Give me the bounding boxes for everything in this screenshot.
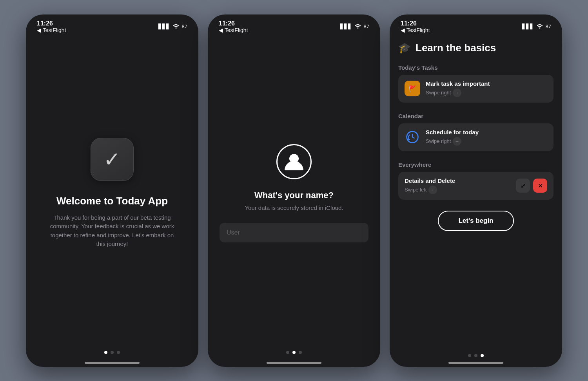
battery-3: 87 bbox=[546, 23, 551, 29]
card2-text: Schedule for today Swipe right → bbox=[426, 129, 547, 146]
avatar-icon bbox=[282, 150, 306, 173]
card3-sub: Swipe left ← bbox=[405, 186, 510, 194]
dots-3 bbox=[390, 354, 562, 357]
dot-1-3 bbox=[117, 351, 120, 354]
card3-title: Details and Delete bbox=[405, 177, 510, 184]
battery-1: 87 bbox=[182, 23, 187, 29]
flag-icon-box: 🚩 bbox=[405, 81, 420, 96]
wifi-icon-2 bbox=[354, 23, 361, 30]
status-bar-1: 11:26 ◀ TestFlight ▋▋▋ 87 bbox=[26, 14, 198, 36]
dot-3-3 bbox=[481, 354, 484, 357]
dots-1 bbox=[26, 351, 198, 354]
name-input[interactable] bbox=[220, 223, 368, 242]
card2-sub: Swipe right → bbox=[426, 137, 547, 146]
card1-text: Mark task as important Swipe right → bbox=[426, 80, 547, 97]
clock-arrow-icon bbox=[405, 130, 419, 144]
swipe-action-buttons: ⤢ ✕ bbox=[516, 179, 547, 193]
screen3: 11:26 ◀ TestFlight ▋▋▋ 87 🎓 Learn the ba… bbox=[390, 14, 562, 367]
section-everywhere: Everywhere bbox=[398, 161, 554, 168]
card1-sub: Swipe right → bbox=[426, 88, 547, 97]
screen1: 11:26 ◀ TestFlight ▋▋▋ 87 ✓ Welcome to T… bbox=[26, 14, 198, 367]
delete-button[interactable]: ✕ bbox=[533, 179, 547, 193]
screen2: 11:26 ◀ TestFlight ▋▋▋ 87 bbox=[208, 14, 380, 367]
status-icons-1: ▋▋▋ 87 bbox=[158, 23, 187, 30]
signal-icon-1: ▋▋▋ bbox=[158, 23, 170, 29]
back-3[interactable]: ◀ TestFlight bbox=[401, 27, 430, 33]
expand-icon: ⤢ bbox=[521, 182, 526, 190]
card1-arrow: → bbox=[453, 88, 461, 97]
status-icons-3: ▋▋▋ 87 bbox=[522, 23, 551, 30]
screens-container: 11:26 ◀ TestFlight ▋▋▋ 87 ✓ Welcome to T… bbox=[0, 0, 588, 381]
time-1: 11:26 bbox=[37, 20, 66, 27]
card3-text: Details and Delete Swipe left ← bbox=[405, 177, 510, 194]
card2-title: Schedule for today bbox=[426, 129, 547, 135]
card-details-delete[interactable]: Details and Delete Swipe left ← ⤢ ✕ bbox=[398, 172, 554, 200]
time-2: 11:26 bbox=[219, 20, 248, 27]
signal-icon-2: ▋▋▋ bbox=[340, 23, 352, 29]
dot-3-2 bbox=[474, 354, 477, 357]
screen3-main: 🎓 Learn the basics Today's Tasks 🚩 Mark … bbox=[390, 36, 562, 352]
signal-icon-3: ▋▋▋ bbox=[522, 23, 534, 29]
screen1-main: ✓ Welcome to Today App Thank you for bei… bbox=[26, 36, 198, 351]
section-calendar: Calendar bbox=[398, 113, 554, 119]
name-title: What's your name? bbox=[254, 190, 334, 200]
flag-icon: 🚩 bbox=[408, 85, 416, 92]
graduation-icon: 🎓 bbox=[398, 42, 411, 54]
checkmark-icon: ✓ bbox=[103, 149, 121, 170]
home-indicator-3 bbox=[448, 362, 503, 364]
card3-arrow: ← bbox=[428, 186, 437, 194]
details-button[interactable]: ⤢ bbox=[516, 179, 530, 193]
delete-icon: ✕ bbox=[538, 182, 543, 190]
dots-2 bbox=[208, 351, 380, 354]
back-1[interactable]: ◀ TestFlight bbox=[37, 27, 66, 33]
home-indicator-2 bbox=[267, 362, 321, 364]
checkmark-box: ✓ bbox=[91, 138, 134, 181]
home-indicator-1 bbox=[85, 362, 140, 364]
welcome-title: Welcome to Today App bbox=[56, 195, 168, 207]
name-subtitle: Your data is securely stored in iCloud. bbox=[245, 204, 343, 211]
wifi-icon-3 bbox=[536, 23, 543, 30]
dot-2-3 bbox=[299, 351, 302, 354]
status-bar-2: 11:26 ◀ TestFlight ▋▋▋ 87 bbox=[208, 14, 380, 36]
card1-title: Mark task as important bbox=[426, 80, 547, 87]
status-icons-2: ▋▋▋ 87 bbox=[340, 23, 369, 30]
welcome-subtitle: Thank you for being a part of our beta t… bbox=[49, 213, 175, 249]
card-mark-important[interactable]: 🚩 Mark task as important Swipe right → bbox=[398, 75, 554, 103]
back-2[interactable]: ◀ TestFlight bbox=[219, 27, 248, 33]
status-bar-3: 11:26 ◀ TestFlight ▋▋▋ 87 bbox=[390, 14, 562, 36]
learn-header: 🎓 Learn the basics bbox=[398, 42, 554, 54]
dot-1-1 bbox=[104, 351, 107, 354]
dot-1-2 bbox=[111, 351, 114, 354]
dot-2-2 bbox=[292, 351, 296, 354]
section-todays-tasks: Today's Tasks bbox=[398, 64, 554, 71]
dot-2-1 bbox=[286, 351, 289, 354]
time-3: 11:26 bbox=[401, 20, 430, 27]
card2-arrow: → bbox=[453, 137, 461, 146]
lets-begin-button[interactable]: Let's begin bbox=[438, 211, 514, 231]
battery-2: 87 bbox=[364, 23, 369, 29]
avatar-circle bbox=[276, 144, 312, 179]
dot-3-1 bbox=[468, 354, 471, 357]
screen2-main: What's your name? Your data is securely … bbox=[208, 36, 380, 351]
card-schedule[interactable]: Schedule for today Swipe right → bbox=[398, 123, 554, 151]
learn-title: Learn the basics bbox=[416, 42, 496, 54]
calendar-icon-box bbox=[405, 129, 420, 145]
wifi-icon-1 bbox=[172, 23, 180, 30]
